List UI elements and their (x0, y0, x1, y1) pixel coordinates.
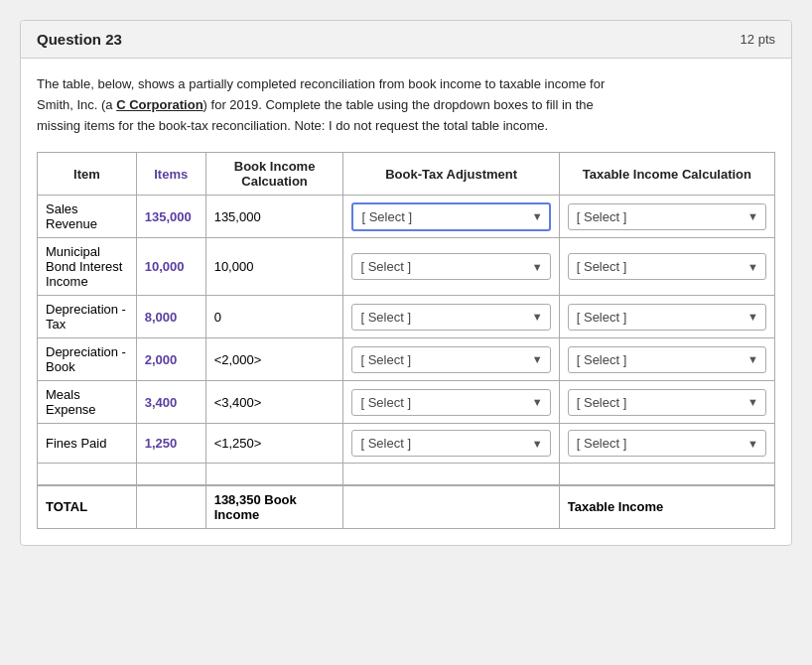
question-card: Question 23 12 pts The table, below, sho… (20, 20, 792, 546)
dropdown-select[interactable]: [ Select ]AddSubtractN/A (568, 253, 766, 280)
cell-adjustment: [ Select ]AddSubtractN/A▼ (343, 381, 559, 424)
desc-line3: missing items for the book-tax reconcili… (37, 118, 548, 133)
items-amount: 135,000 (145, 209, 192, 224)
select-wrapper: [ Select ]AddSubtractN/A▼ (568, 389, 766, 416)
items-amount: 3,400 (145, 395, 178, 410)
cell-taxable: [ Select ]AddSubtractN/A▼ (559, 238, 774, 296)
card-header: Question 23 12 pts (21, 21, 791, 59)
total-items-empty (136, 485, 205, 529)
select-wrapper: [ Select ]AddSubtractN/A▼ (568, 430, 766, 457)
cell-adjustment: [ Select ]AddSubtractN/A▼ (343, 338, 559, 381)
table-row: Meals Expense3,400<3,400>[ Select ]AddSu… (38, 381, 775, 424)
cell-book-value: 135,000 (205, 196, 343, 238)
items-amount: 1,250 (145, 436, 178, 451)
cell-adjustment: [ Select ]AddSubtractN/A▼ (343, 238, 559, 296)
cell-taxable: [ Select ]AddSubtractN/A▼ (559, 296, 774, 338)
select-wrapper: [ Select ]AddSubtractN/A▼ (568, 203, 766, 230)
empty-cell (559, 464, 774, 485)
cell-adjustment: [ Select ]AddSubtractN/A▼ (343, 196, 559, 238)
select-wrapper: [ Select ]AddSubtractN/A▼ (351, 346, 550, 373)
cell-book-value: <3,400> (205, 381, 343, 424)
question-title: Question 23 (37, 31, 122, 48)
select-wrapper: [ Select ]AddSubtractN/A▼ (351, 202, 550, 231)
cell-taxable: [ Select ]AddSubtractN/A▼ (559, 424, 774, 464)
table-row: Municipal Bond Interest Income10,00010,0… (38, 238, 775, 296)
total-book-value: 138,350 Book Income (205, 485, 343, 529)
dropdown-select[interactable]: [ Select ]AddSubtractN/A (351, 389, 550, 416)
dropdown-select[interactable]: [ Select ]AddSubtractN/A (568, 203, 766, 230)
cell-items-value: 135,000 (136, 196, 205, 238)
select-wrapper: [ Select ]AddSubtractN/A▼ (568, 346, 766, 373)
cell-items-value: 10,000 (136, 238, 205, 296)
dropdown-select[interactable]: [ Select ]AddSubtractN/A (568, 304, 766, 331)
cell-taxable: [ Select ]AddSubtractN/A▼ (559, 196, 774, 238)
select-wrapper: [ Select ]AddSubtractN/A▼ (568, 304, 766, 331)
table-row: Sales Revenue135,000135,000[ Select ]Add… (38, 196, 775, 238)
items-amount: 8,000 (145, 310, 178, 325)
header-book-income: Book IncomeCalcuation (205, 153, 343, 196)
cell-item: Meals Expense (38, 381, 137, 424)
table-row: Fines Paid1,250<1,250>[ Select ]AddSubtr… (38, 424, 775, 464)
cell-items-value: 1,250 (136, 424, 205, 464)
select-wrapper: [ Select ]AddSubtractN/A▼ (351, 253, 550, 280)
header-item: Item (38, 153, 137, 196)
cell-item: Fines Paid (38, 424, 137, 464)
cell-adjustment: [ Select ]AddSubtractN/A▼ (343, 296, 559, 338)
cell-items-value: 8,000 (136, 296, 205, 338)
cell-taxable: [ Select ]AddSubtractN/A▼ (559, 338, 774, 381)
cell-book-value: 0 (205, 296, 343, 338)
points-label: 12 pts (741, 32, 775, 47)
description-text: The table, below, shows a partially comp… (37, 74, 775, 136)
empty-cell (136, 464, 205, 485)
items-amount: 10,000 (145, 259, 185, 274)
cell-item: Depreciation - Book (38, 338, 137, 381)
dropdown-select[interactable]: [ Select ]AddSubtractN/A (351, 304, 550, 331)
table-row: Depreciation - Tax8,0000[ Select ]AddSub… (38, 296, 775, 338)
dropdown-select[interactable]: [ Select ]AddSubtractN/A (568, 430, 766, 457)
desc-corporation: C Corporation (116, 97, 203, 112)
total-label: TOTAL (38, 485, 137, 529)
header-taxable: Taxable Income Calculation (559, 153, 774, 196)
dropdown-select[interactable]: [ Select ]AddSubtractN/A (351, 253, 550, 280)
desc-line1: The table, below, shows a partially comp… (37, 76, 605, 91)
cell-adjustment: [ Select ]AddSubtractN/A▼ (343, 424, 559, 464)
total-adjustment-empty (343, 485, 559, 529)
header-book-tax: Book-Tax Adjustment (343, 153, 559, 196)
dropdown-select[interactable]: [ Select ]AddSubtractN/A (351, 430, 550, 457)
cell-item: Depreciation - Tax (38, 296, 137, 338)
select-wrapper: [ Select ]AddSubtractN/A▼ (568, 253, 766, 280)
cell-taxable: [ Select ]AddSubtractN/A▼ (559, 381, 774, 424)
cell-book-value: 10,000 (205, 238, 343, 296)
cell-items-value: 2,000 (136, 338, 205, 381)
dropdown-select[interactable]: [ Select ]AddSubtractN/A (351, 346, 550, 373)
dropdown-select[interactable]: [ Select ]AddSubtractN/A (568, 346, 766, 373)
select-wrapper: [ Select ]AddSubtractN/A▼ (351, 389, 550, 416)
header-items: Items (136, 153, 205, 196)
cell-items-value: 3,400 (136, 381, 205, 424)
cell-item: Sales Revenue (38, 196, 137, 238)
empty-row (38, 464, 775, 485)
desc-line2-post: ) for 2019. Complete the table using the… (203, 97, 594, 112)
reconciliation-table: Item Items Book IncomeCalcuation Book-Ta… (37, 152, 775, 529)
empty-cell (38, 464, 137, 485)
cell-item: Municipal Bond Interest Income (38, 238, 137, 296)
table-row: Depreciation - Book2,000<2,000>[ Select … (38, 338, 775, 381)
select-wrapper: [ Select ]AddSubtractN/A▼ (351, 304, 550, 331)
select-wrapper: [ Select ]AddSubtractN/A▼ (351, 430, 550, 457)
empty-cell (205, 464, 343, 485)
empty-cell (343, 464, 559, 485)
total-taxable-label: Taxable Income (559, 485, 774, 529)
cell-book-value: <2,000> (205, 338, 343, 381)
dropdown-select[interactable]: [ Select ]AddSubtractN/A (568, 389, 766, 416)
total-row: TOTAL138,350 Book IncomeTaxable Income (38, 485, 775, 529)
card-body: The table, below, shows a partially comp… (21, 59, 791, 545)
items-amount: 2,000 (145, 352, 178, 367)
dropdown-select[interactable]: [ Select ]AddSubtractN/A (351, 202, 550, 231)
desc-line2-pre: Smith, Inc. (a (37, 97, 116, 112)
cell-book-value: <1,250> (205, 424, 343, 464)
